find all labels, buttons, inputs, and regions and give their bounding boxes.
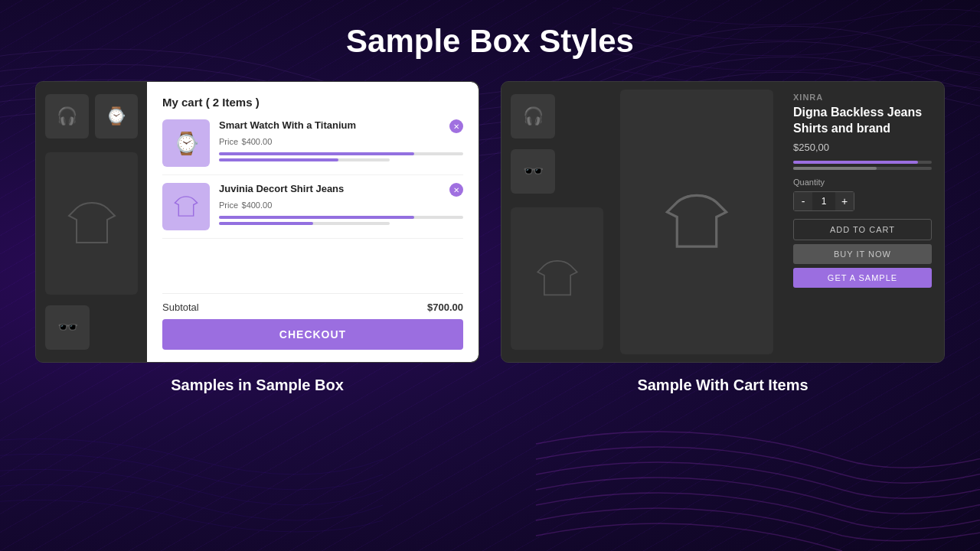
cart-item-1-info: Smart Watch With a Titanium Price $400.0… [219, 119, 463, 161]
sidebar-thumb-watch[interactable]: ⌚ [95, 94, 139, 139]
add-to-cart-button[interactable]: ADD TO CART [793, 219, 932, 240]
item-1-bar2-fill [219, 158, 338, 161]
subtotal-label: Subtotal [162, 302, 199, 313]
right-product-image [620, 90, 773, 354]
item-2-bar [219, 216, 463, 219]
cart-header: My cart ( 2 Items ) [162, 96, 463, 109]
cart-item-1-price: Price $400.00 [219, 134, 463, 148]
right-thumb-glasses[interactable]: 🕶️ [511, 149, 555, 194]
price-value: $400.00 [242, 137, 273, 146]
right-sidebar: 🎧 🕶️ [501, 82, 612, 362]
cart-item-1: ⌚ Smart Watch With a Titanium Price $400… [162, 119, 463, 175]
buy-it-now-button[interactable]: BUY IT NOW [793, 244, 932, 264]
headphone-icon: 🎧 [57, 106, 77, 126]
item-1-bar-fill [219, 152, 414, 155]
quantity-control: - 1 + [793, 191, 854, 211]
right-thumb-headphone[interactable]: 🎧 [511, 94, 555, 139]
bar2 [793, 167, 932, 170]
quantity-minus-button[interactable]: - [794, 192, 812, 210]
right-sidebar-top: 🎧 [511, 94, 603, 139]
item-1-bar2 [219, 158, 390, 161]
item-2-bar-fill [219, 216, 414, 219]
left-panel-label: Samples in Sample Box [35, 377, 479, 394]
bar2-fill [793, 167, 877, 170]
right-panel-label: Sample With Cart Items [501, 377, 945, 394]
cart-item-1-name: Smart Watch With a Titanium [219, 119, 463, 131]
item-2-bar2-fill [219, 222, 313, 225]
right-sidebar-bottom: 🕶️ [511, 149, 603, 194]
product-price: $250,00 [793, 142, 932, 153]
checkout-button[interactable]: CHECKOUT [162, 319, 463, 350]
right-panel: 🎧 🕶️ [501, 81, 945, 363]
page-title: Sample Box Styles [346, 23, 634, 60]
sidebar-thumb-glasses[interactable]: 🕶️ [45, 305, 90, 350]
product-brand: XINRA [793, 93, 932, 102]
product-detail: XINRA Digna Backless Jeans Shirts and br… [781, 82, 944, 362]
watch-item-icon: ⌚ [173, 131, 200, 156]
cart-item-2-info: Juvinia Decort Shirt Jeans Price $400.00 [219, 183, 463, 225]
bar1-fill [793, 161, 918, 164]
quantity-label: Quantity [793, 178, 932, 187]
product-bars [793, 161, 932, 170]
subtotal-amount: $700.00 [427, 302, 463, 313]
glasses-icon-right: 🕶️ [523, 161, 544, 181]
product-name: Digna Backless Jeans Shirts and brand [793, 105, 932, 137]
glasses-icon: 🕶️ [57, 318, 78, 337]
cart-item-2-name: Juvinia Decort Shirt Jeans [219, 183, 463, 194]
price-label-2: Price [219, 201, 238, 210]
cart-section: My cart ( 2 Items ) ⌚ Smart Watch With a… [147, 82, 479, 362]
left-panel: 🎧 ⌚ 🕶️ My [35, 81, 479, 363]
sidebar-main-tshirt [45, 152, 138, 295]
price-value-2: $400.00 [242, 201, 273, 210]
sidebar-top: 🎧 ⌚ [45, 94, 138, 139]
bar1 [793, 161, 932, 164]
item-2-bar2 [219, 222, 390, 225]
watch-icon: ⌚ [106, 106, 126, 126]
cart-item-2-image [162, 183, 210, 230]
headphone-icon-right: 🎧 [523, 106, 544, 126]
remove-item-1-button[interactable]: ✕ [449, 119, 463, 133]
get-sample-button[interactable]: GET A SAMPLE [793, 268, 932, 288]
cart-item-2-price: Price $400.00 [219, 197, 463, 211]
price-label: Price [219, 137, 238, 146]
quantity-plus-button[interactable]: + [835, 192, 854, 210]
cart-item-2: Juvinia Decort Shirt Jeans Price $400.00 [162, 183, 463, 239]
right-main-tshirt [511, 207, 603, 350]
panels-row: 🎧 ⌚ 🕶️ My [31, 81, 949, 363]
cart-items: ⌚ Smart Watch With a Titanium Price $400… [162, 119, 463, 293]
labels-row: Samples in Sample Box Sample With Cart I… [31, 377, 949, 394]
cart-subtotal: Subtotal $700.00 [162, 293, 463, 319]
remove-item-2-button[interactable]: ✕ [449, 183, 463, 197]
cart-item-1-image: ⌚ [162, 119, 210, 167]
sidebar-thumb-headphone[interactable]: 🎧 [45, 94, 89, 139]
quantity-value: 1 [812, 193, 835, 210]
item-1-bar [219, 152, 463, 155]
left-sidebar: 🎧 ⌚ 🕶️ [36, 82, 147, 362]
